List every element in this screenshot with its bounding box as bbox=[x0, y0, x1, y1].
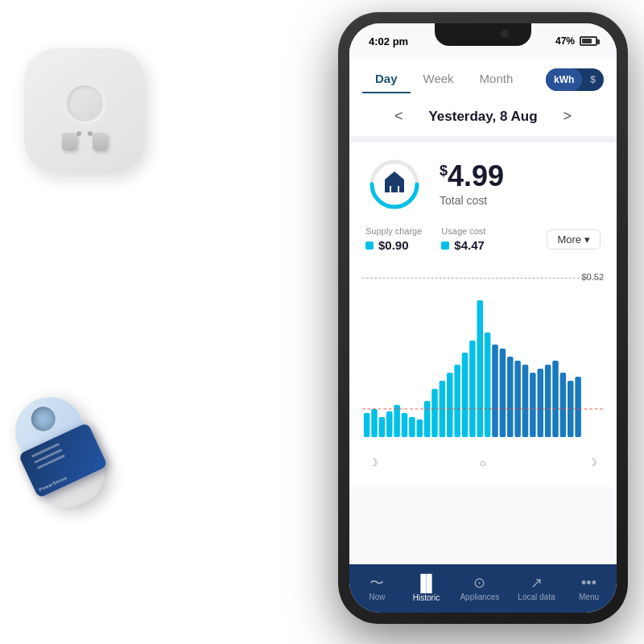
date-navigation: < Yesterday, 8 Aug > bbox=[349, 97, 617, 136]
svg-rect-23 bbox=[514, 361, 521, 437]
phone-outer: 4:02 pm 47% Day Week Month kWh bbox=[338, 12, 628, 624]
plug-prong-left bbox=[62, 133, 76, 151]
svg-rect-21 bbox=[500, 349, 506, 437]
menu-icon: ••• bbox=[581, 576, 597, 590]
unit-dollar[interactable]: $ bbox=[582, 68, 604, 91]
phone-device: 4:02 pm 47% Day Week Month kWh bbox=[338, 12, 628, 624]
plug-body bbox=[24, 48, 145, 173]
svg-rect-11 bbox=[424, 401, 431, 437]
more-label: More bbox=[557, 233, 581, 246]
smart-plug-device bbox=[24, 48, 153, 185]
nav-menu-label: Menu bbox=[579, 592, 599, 601]
sensor-main-body: PowerSense bbox=[4, 386, 114, 518]
svg-rect-14 bbox=[447, 373, 453, 437]
nav-menu[interactable]: ••• Menu bbox=[568, 572, 611, 605]
nav-now[interactable]: 〜 Now bbox=[355, 572, 398, 605]
camera-dot bbox=[501, 30, 509, 38]
svg-rect-8 bbox=[402, 413, 408, 437]
tabs-group: Day Week Month bbox=[362, 65, 526, 93]
plug-prong-right bbox=[93, 133, 107, 151]
section-divider bbox=[349, 136, 617, 142]
svg-rect-2 bbox=[391, 186, 398, 192]
app-content: Day Week Month kWh $ < Yesterday, 8 Aug … bbox=[349, 59, 617, 564]
time-label-night1: ☽ bbox=[369, 456, 378, 469]
sensor-brand-label: PowerSense bbox=[38, 475, 68, 492]
bar-chart bbox=[362, 276, 604, 437]
nav-appliances-label: Appliances bbox=[460, 592, 499, 601]
tab-month[interactable]: Month bbox=[467, 65, 526, 93]
svg-rect-12 bbox=[431, 389, 438, 437]
cost-section: $4.99 Total cost bbox=[349, 142, 617, 223]
nav-historic-label: Historic bbox=[413, 593, 440, 602]
svg-rect-25 bbox=[530, 373, 536, 437]
svg-rect-4 bbox=[371, 409, 378, 437]
svg-rect-3 bbox=[364, 413, 370, 437]
phone-notch bbox=[435, 23, 531, 46]
power-sensor-device: PowerSense bbox=[20, 378, 181, 539]
chart-peak-line: $0.52 bbox=[362, 278, 604, 282]
nav-historic[interactable]: ▐▌ Historic bbox=[404, 572, 448, 605]
svg-rect-28 bbox=[552, 361, 559, 437]
supply-charge-value-row: $0.90 bbox=[365, 238, 422, 252]
tab-day[interactable]: Day bbox=[362, 65, 411, 93]
usage-cost-label: Usage cost bbox=[441, 226, 485, 236]
svg-rect-20 bbox=[492, 345, 498, 437]
cost-value: 4.99 bbox=[448, 159, 504, 192]
tab-week[interactable]: Week bbox=[411, 65, 467, 93]
plug-button bbox=[67, 85, 103, 122]
svg-rect-31 bbox=[575, 377, 581, 437]
status-time: 4:02 pm bbox=[369, 35, 408, 47]
unit-toggle: kWh $ bbox=[546, 68, 604, 91]
chart-svg-wrapper bbox=[362, 276, 604, 453]
nav-appliances[interactable]: ⊙ Appliances bbox=[453, 572, 506, 605]
unit-kwh[interactable]: kWh bbox=[546, 68, 582, 91]
more-button[interactable]: More ▾ bbox=[547, 229, 601, 250]
chart-time-row: ☽ ☼ ☽ bbox=[362, 453, 604, 469]
battery-percent: 47% bbox=[555, 35, 575, 47]
gauge-svg bbox=[365, 155, 423, 213]
now-icon: 〜 bbox=[369, 576, 384, 590]
supply-dot bbox=[365, 242, 374, 250]
bottom-navigation: 〜 Now ▐▌ Historic ⊙ Appliances ↗ Local d… bbox=[349, 564, 617, 613]
phone-screen: 4:02 pm 47% Day Week Month kWh bbox=[349, 23, 617, 613]
svg-rect-27 bbox=[545, 365, 551, 437]
local-data-icon: ↗ bbox=[530, 576, 543, 590]
chart-peak-label: $0.52 bbox=[581, 272, 604, 282]
tabs-row: Day Week Month kWh $ bbox=[349, 59, 617, 97]
supply-charge-item: Supply charge $0.90 bbox=[365, 226, 422, 252]
time-label-day: ☼ bbox=[478, 456, 488, 469]
date-label: Yesterday, 8 Aug bbox=[428, 109, 537, 125]
supply-charge-label: Supply charge bbox=[365, 226, 422, 236]
usage-cost-value: $4.47 bbox=[454, 238, 485, 252]
svg-rect-15 bbox=[454, 365, 460, 437]
battery-icon bbox=[580, 36, 597, 46]
status-right: 47% bbox=[555, 35, 597, 47]
cost-info: $4.99 Total cost bbox=[440, 162, 601, 207]
svg-rect-6 bbox=[386, 411, 393, 437]
supply-row: Supply charge $0.90 Usage cost $4.47 bbox=[349, 223, 617, 262]
svg-rect-18 bbox=[477, 300, 484, 437]
date-prev-arrow[interactable]: < bbox=[385, 105, 413, 128]
svg-rect-22 bbox=[507, 357, 514, 437]
svg-rect-29 bbox=[560, 373, 567, 437]
svg-rect-17 bbox=[469, 341, 476, 437]
cost-label: Total cost bbox=[440, 194, 601, 207]
nav-now-label: Now bbox=[369, 592, 385, 601]
svg-rect-19 bbox=[485, 332, 491, 437]
svg-rect-7 bbox=[394, 405, 400, 437]
cost-amount: $4.99 bbox=[440, 162, 601, 191]
usage-cost-item: Usage cost $4.47 bbox=[441, 226, 485, 252]
date-next-arrow[interactable]: > bbox=[554, 105, 582, 128]
appliances-icon: ⊙ bbox=[473, 576, 485, 590]
circle-gauge bbox=[365, 155, 423, 213]
time-label-night2: ☽ bbox=[588, 456, 597, 469]
chevron-down-icon: ▾ bbox=[584, 233, 590, 246]
plug-prongs bbox=[62, 133, 107, 151]
nav-local-data[interactable]: ↗ Local data bbox=[511, 572, 561, 605]
currency-symbol: $ bbox=[440, 163, 448, 179]
historic-icon: ▐▌ bbox=[415, 575, 437, 591]
svg-rect-24 bbox=[522, 365, 529, 437]
svg-rect-26 bbox=[538, 369, 544, 437]
usage-cost-value-row: $4.47 bbox=[441, 238, 485, 252]
svg-rect-10 bbox=[417, 419, 423, 437]
